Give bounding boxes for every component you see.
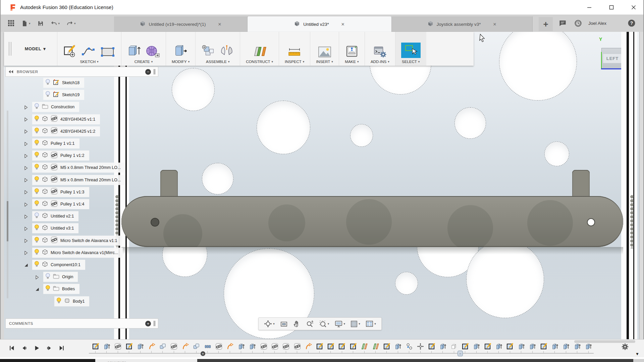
plane-icon[interactable]: [253, 45, 267, 58]
expander-collapsed-icon[interactable]: [24, 105, 30, 110]
browser-row[interactable]: Sketch19: [43, 90, 84, 100]
visibility-bulb-icon[interactable]: [34, 152, 39, 160]
close-button[interactable]: [629, 3, 638, 12]
close-tab-icon[interactable]: ✕: [341, 22, 345, 27]
timeline-feature-sketch-icon[interactable]: [338, 342, 346, 351]
spline-icon[interactable]: [80, 45, 96, 58]
timeline-feature-sketch-icon[interactable]: [506, 342, 515, 351]
timeline-feature-extrude-icon[interactable]: [102, 342, 111, 351]
timeline-feature-rigid-group-icon[interactable]: [203, 342, 212, 351]
new-file-icon[interactable]: ▾: [19, 19, 33, 28]
expander-collapsed-icon[interactable]: [24, 226, 30, 231]
user-account-button[interactable]: Joel Alex: [588, 15, 606, 32]
timeline-feature-extrude-icon[interactable]: [438, 342, 447, 351]
browser-row[interactable]: Component10:1: [32, 260, 85, 270]
timeline-feature-extrude-icon[interactable]: [237, 342, 246, 351]
grid-display-icon[interactable]: ▾: [351, 320, 360, 327]
timeline-feature-extrude-icon[interactable]: [562, 342, 571, 351]
expander-collapsed-icon[interactable]: [24, 178, 30, 183]
timeline-feature-extrude-icon[interactable]: [573, 342, 582, 351]
browser-row[interactable]: M5 x 0.8mm Thread 20mm LO...: [32, 175, 125, 185]
timeline-feature-extrude-icon[interactable]: [528, 342, 537, 351]
visibility-bulb-icon[interactable]: [45, 91, 50, 99]
hide-panel-icon[interactable]: −: [145, 69, 151, 75]
visibility-bulb-icon[interactable]: [34, 224, 39, 232]
visibility-bulb-icon[interactable]: [34, 139, 39, 147]
timeline-feature-joint-icon[interactable]: [147, 342, 156, 351]
comments-panel-header[interactable]: COMMENTS +: [5, 318, 158, 328]
timeline-feature-sketch-icon[interactable]: [315, 342, 324, 351]
pan-icon[interactable]: [293, 320, 300, 328]
browser-row[interactable]: Construction: [32, 102, 79, 112]
visibility-bulb-icon[interactable]: [34, 249, 39, 257]
browser-row[interactable]: Pulley 1 v1:3: [32, 187, 89, 197]
timeline-feature-sketch-icon[interactable]: [125, 342, 133, 351]
create-sketch-icon[interactable]: [63, 45, 76, 58]
browser-row[interactable]: Bodies: [43, 284, 79, 294]
browser-panel-header[interactable]: BROWSER −: [5, 67, 158, 77]
ribbon-group-label[interactable]: CONSTRUCT▾: [246, 60, 273, 64]
document-tab[interactable]: Untitled v23*✕: [248, 16, 392, 32]
timeline-feature-sketch-icon[interactable]: [349, 342, 358, 351]
expander-collapsed-icon[interactable]: [24, 165, 30, 171]
close-tab-icon[interactable]: ✕: [493, 22, 497, 27]
timeline-feature-plane-icon[interactable]: [371, 342, 380, 351]
collapse-panel-icon[interactable]: [8, 69, 13, 75]
timeline-feature-extrude-icon[interactable]: [584, 342, 593, 351]
skip-to-start-icon[interactable]: [7, 344, 16, 352]
viewports-icon[interactable]: ▾: [366, 320, 376, 327]
timeline-feature-link-icon[interactable]: [293, 342, 302, 351]
pin-hole[interactable]: [151, 218, 159, 227]
visibility-bulb-icon[interactable]: [34, 115, 39, 123]
select-icon[interactable]: [401, 43, 421, 58]
visibility-bulb-icon[interactable]: [45, 273, 50, 281]
browser-row[interactable]: Micro Switch de Alavanca v1(Mirrc...: [32, 248, 123, 258]
timeline-feature-base-box-icon[interactable]: [450, 342, 459, 351]
gantry-bar-mount-tab[interactable]: [572, 170, 590, 197]
timeline-position-marker[interactable]: −: [458, 351, 463, 356]
close-tab-icon[interactable]: ✕: [218, 22, 222, 27]
insert-image-icon[interactable]: [318, 46, 332, 58]
3d-viewport[interactable]: LEFT Y Z: [4, 32, 639, 339]
hole-circle[interactable]: [202, 163, 233, 194]
expander-collapsed-icon[interactable]: [24, 153, 30, 159]
hole-circle[interactable]: [499, 32, 577, 101]
visibility-bulb-icon[interactable]: [56, 297, 61, 305]
timeline-feature-extrude-icon[interactable]: [517, 342, 526, 351]
visibility-bulb-icon[interactable]: [34, 127, 39, 135]
app-grid-icon[interactable]: [6, 19, 16, 28]
workspace-selector[interactable]: MODEL▾: [13, 32, 57, 66]
timeline-feature-plane-icon[interactable]: [360, 342, 369, 351]
visibility-bulb-icon[interactable]: [34, 200, 39, 208]
browser-scrollbar-thumb[interactable]: [7, 201, 8, 241]
timeline-feature-replace-icon[interactable]: [405, 342, 414, 351]
expander-expanded-icon[interactable]: [35, 287, 41, 292]
visibility-bulb-icon[interactable]: [34, 188, 39, 196]
expander-collapsed-icon[interactable]: [24, 238, 30, 244]
panel-grip-icon[interactable]: [154, 69, 155, 74]
timeline-feature-link-icon[interactable]: [114, 342, 122, 351]
scripts-icon[interactable]: [373, 45, 387, 58]
hole-circle[interactable]: [544, 141, 569, 166]
timeline-feature-component-icon[interactable]: [192, 342, 201, 351]
browser-row[interactable]: Pulley 1 v1:2: [32, 150, 89, 161]
panel-grip-icon[interactable]: [154, 321, 155, 326]
expander-collapsed-icon[interactable]: [24, 214, 30, 219]
hole-circle[interactable]: [395, 272, 418, 295]
browser-row[interactable]: Sketch18: [43, 78, 84, 88]
ribbon-group-label[interactable]: CREATE▾: [135, 60, 153, 64]
redo-icon[interactable]: ▾: [64, 19, 78, 28]
belt-right[interactable]: [621, 32, 637, 339]
timeline-feature-joint-icon[interactable]: [226, 342, 234, 351]
browser-row[interactable]: Pulley 1 v1:4: [32, 199, 89, 209]
timeline-feature-sketch-icon[interactable]: [539, 342, 548, 351]
viewport-scrollbar[interactable]: [639, 32, 643, 339]
timeline-feature-link-icon[interactable]: [282, 342, 290, 351]
timeline-feature-extrude-icon[interactable]: [472, 342, 481, 351]
visibility-bulb-icon[interactable]: [45, 285, 50, 293]
minimize-button[interactable]: [585, 3, 594, 12]
timeline-feature-extrude-icon[interactable]: [248, 342, 257, 351]
ribbon-grip[interactable]: [9, 42, 11, 56]
hole-circle[interactable]: [454, 107, 486, 139]
document-tab[interactable]: Joystick assembly v3*✕: [392, 16, 533, 32]
